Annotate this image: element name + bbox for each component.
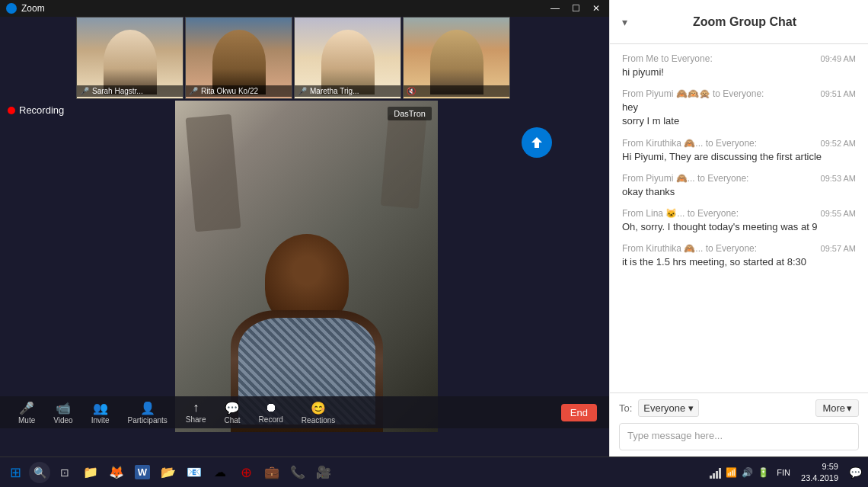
everyone-dropdown[interactable]: Everyone ▾ xyxy=(638,399,699,417)
teams-button[interactable]: 💼 xyxy=(260,460,284,485)
chat-title: Zoom Group Chat xyxy=(693,15,796,29)
chat-to-row: To: Everyone ▾ More ▾ xyxy=(619,399,859,417)
chat-time-3: 09:52 AM xyxy=(821,139,856,148)
file-explorer-button[interactable]: 📁 xyxy=(78,460,103,485)
thumbnail-label-3: 🎤 Maretha Trig... xyxy=(295,85,400,97)
chat-panel: ▾ Zoom Group Chat From Me to Everyone: 0… xyxy=(609,0,868,457)
chat-time-6: 09:57 AM xyxy=(821,244,856,253)
battery-icon[interactable]: 🔋 xyxy=(756,467,771,478)
thumbnail-label-1: 🎤 Sarah Hagstr... xyxy=(77,85,183,97)
main-video: DasTron xyxy=(175,101,438,432)
chat-time-4: 09:53 AM xyxy=(821,174,856,183)
reactions-button[interactable]: 😊 Reactions xyxy=(295,399,341,426)
volume-icon[interactable]: 🔊 xyxy=(740,467,755,478)
minimize-button[interactable]: — xyxy=(547,3,563,14)
chat-sender-6: From Kiruthika 🙈... to Everyone: xyxy=(622,243,757,254)
recording-badge: Recording xyxy=(8,104,64,116)
zoom-taskbar-button[interactable]: 🎥 xyxy=(311,460,336,485)
firefox-icon: 🦊 xyxy=(109,465,124,479)
chat-meta-2: From Piyumi 🙈🙉🙊 to Everyone: 09:51 AM xyxy=(622,88,856,99)
thumbnail-2[interactable]: 🎤 Rita Okwu Ko/22 xyxy=(185,17,292,99)
firefox-button[interactable]: 🦊 xyxy=(104,460,129,485)
chat-message-5: From Lina 🐱... to Everyone: 09:55 AM Oh,… xyxy=(622,208,856,234)
record-button[interactable]: ⏺ Record xyxy=(253,399,289,425)
chat-text-3: Hi Piyumi, They are discussing the first… xyxy=(622,150,856,164)
invite-button[interactable]: 👥 Invite xyxy=(85,399,116,426)
outlook-icon: 📧 xyxy=(187,465,202,479)
chat-sender-3: From Kiruthika 🙈... to Everyone: xyxy=(622,138,757,149)
app-icon-1: ⊕ xyxy=(241,464,252,481)
app-icon xyxy=(6,3,17,14)
chevron-down-icon: ▾ xyxy=(688,402,694,414)
end-button[interactable]: End xyxy=(561,404,597,421)
explorer-button-2[interactable]: 📂 xyxy=(156,460,180,485)
outlook-button[interactable]: 📧 xyxy=(182,460,206,485)
time-display: 9:59 xyxy=(801,461,838,472)
chat-meta-3: From Kiruthika 🙈... to Everyone: 09:52 A… xyxy=(622,138,856,149)
folder-icon: 📁 xyxy=(83,465,98,479)
thumbnail-3[interactable]: 🎤 Maretha Trig... xyxy=(294,17,401,99)
chat-message-2: From Piyumi 🙈🙉🙊 to Everyone: 09:51 AM he… xyxy=(622,88,856,128)
thumbnail-label-2: 🎤 Rita Okwu Ko/22 xyxy=(186,85,292,97)
explorer-icon: 📂 xyxy=(161,465,176,479)
rec-dot xyxy=(8,107,15,114)
thumbnail-4[interactable]: 🔇 xyxy=(403,17,510,99)
chat-meta-1: From Me to Everyone: 09:49 AM xyxy=(622,53,856,64)
chat-footer: To: Everyone ▾ More ▾ Type message here.… xyxy=(610,392,868,457)
message-input[interactable]: Type message here... xyxy=(619,423,859,450)
clock[interactable]: 9:59 23.4.2019 xyxy=(796,461,843,483)
thumbnail-1[interactable]: 🎤 Sarah Hagstr... xyxy=(76,17,183,99)
pinned-apps: 📁 🦊 W 📂 📧 ☁ ⊕ 💼 📞 🎥 xyxy=(78,460,337,485)
chat-meta-5: From Lina 🐱... to Everyone: 09:55 AM xyxy=(622,208,856,219)
network-icon[interactable]: 📶 xyxy=(724,467,739,478)
svg-marker-0 xyxy=(531,137,542,148)
skype-button[interactable]: 📞 xyxy=(286,460,310,485)
chat-messages: From Me to Everyone: 09:49 AM hi piyumi!… xyxy=(610,44,868,392)
zoom-controls-bar: 🎤 Mute 📹 Video 👥 Invite 👤 Participants ↑… xyxy=(0,396,609,428)
thumbnail-label-4: 🔇 xyxy=(404,85,509,97)
chat-sender-5: From Lina 🐱... to Everyone: xyxy=(622,208,739,219)
onedrive-button[interactable]: ☁ xyxy=(208,460,232,485)
message-placeholder: Type message here... xyxy=(627,430,723,441)
share-screen-button[interactable] xyxy=(522,127,552,158)
teams-icon: 💼 xyxy=(264,465,279,479)
thumbnail-strip: 🎤 Sarah Hagstr... 🎤 Rita Okwu Ko/22 🎤 Ma… xyxy=(76,17,510,101)
system-tray: 📶 🔊 🔋 FIN 9:59 23.4.2019 💬 xyxy=(710,461,865,483)
date-display: 23.4.2019 xyxy=(801,473,838,483)
video-button[interactable]: 📹 Video xyxy=(47,399,78,426)
mute-button[interactable]: 🎤 Mute xyxy=(12,399,41,426)
window-controls: — ☐ ✕ xyxy=(547,3,603,14)
word-button[interactable]: W xyxy=(130,460,155,485)
chat-header: ▾ Zoom Group Chat xyxy=(610,0,868,44)
chat-time-2: 09:51 AM xyxy=(821,89,856,98)
chat-time-1: 09:49 AM xyxy=(821,54,856,63)
chat-text-2: heysorry I m late xyxy=(622,101,856,128)
recording-label: Recording xyxy=(19,104,64,116)
system-icons: 📶 🔊 🔋 xyxy=(724,467,771,478)
zoom-icon: 🎥 xyxy=(316,465,331,479)
task-view-button[interactable]: ⊡ xyxy=(53,460,77,485)
to-label: To: xyxy=(619,402,632,414)
maximize-button[interactable]: ☐ xyxy=(569,3,583,14)
title-bar: Zoom — ☐ ✕ xyxy=(0,0,609,17)
search-button[interactable]: 🔍 xyxy=(29,462,50,483)
unknown-app-button[interactable]: ⊕ xyxy=(234,460,258,485)
chat-sender-2: From Piyumi 🙈🙉🙊 to Everyone: xyxy=(622,88,764,99)
more-button[interactable]: More ▾ xyxy=(815,399,859,417)
chat-message-1: From Me to Everyone: 09:49 AM hi piyumi! xyxy=(622,53,856,79)
language-indicator[interactable]: FIN xyxy=(774,468,793,477)
participants-button[interactable]: 👤 Participants xyxy=(122,399,174,426)
chevron-down-icon: ▾ xyxy=(847,402,852,414)
notification-icon[interactable]: 💬 xyxy=(846,466,865,479)
speaker-name-overlay: DasTron xyxy=(388,107,432,120)
chat-meta-4: From Piyumi 🙈... to Everyone: 09:53 AM xyxy=(622,173,856,184)
chat-text-4: okay thanks xyxy=(622,185,856,199)
start-button[interactable]: ⊞ xyxy=(3,460,27,485)
chevron-down-icon[interactable]: ▾ xyxy=(622,16,627,28)
search-icon: 🔍 xyxy=(34,466,46,479)
chat-text-1: hi piyumi! xyxy=(622,66,856,79)
share-button[interactable]: ↑ Share xyxy=(180,399,212,425)
chat-button[interactable]: 💬 Chat xyxy=(218,399,246,426)
close-button[interactable]: ✕ xyxy=(589,3,603,14)
chat-text-6: it is the 1.5 hrs meeting, so started at… xyxy=(622,255,856,269)
